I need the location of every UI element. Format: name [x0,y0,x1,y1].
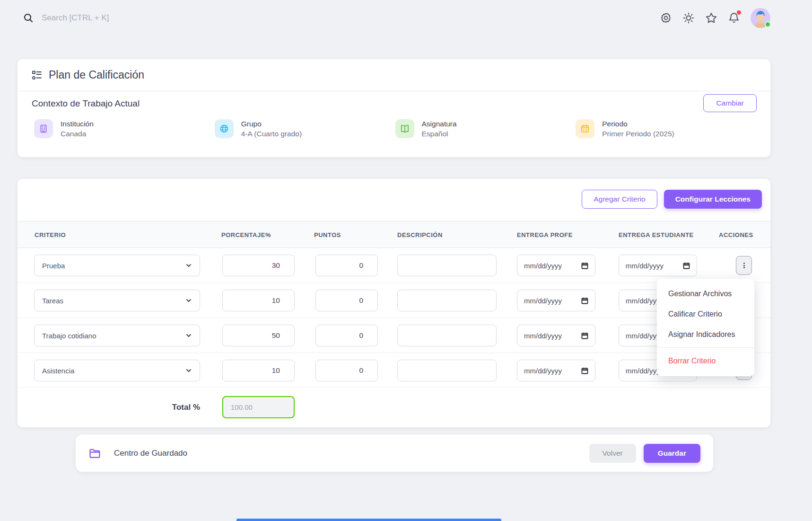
puntos-input[interactable] [316,325,377,346]
avatar[interactable] [751,8,770,28]
context-value: Canada [61,130,94,138]
row-actions-button[interactable] [736,256,752,275]
context-item-subject: Asignatura Español [395,119,576,138]
total-label: Total % [172,403,200,412]
context-label: Asignatura [422,120,457,128]
puntos-input[interactable] [316,360,377,381]
context-title: Contexto de Trabajo Actual [32,98,756,109]
grading-actions-row: Agregar Criterio Configurar Lecciones [17,179,770,209]
calendar-icon [576,119,594,138]
entrega-profe-date-input[interactable]: mm/dd/yyyy [517,290,595,311]
col-header-descripcion: DESCRIPCIÓN [397,231,443,238]
online-status-dot [765,21,771,27]
puntos-input[interactable] [316,290,377,311]
col-header-entrega-estudiante: ENTREGA ESTUDIANTE [619,231,694,238]
criterio-select[interactable]: Prueba [34,255,200,276]
footer-actions: Volver Guardar [589,444,700,463]
col-header-entrega-profe: ENTREGA PROFE [517,231,573,238]
topbar: Search [CTRL + K] [0,0,812,36]
puntos-input[interactable] [316,255,377,276]
porcentaje-input[interactable] [223,255,294,276]
plan-card: Plan de Calificación Contexto de Trabajo… [17,59,770,157]
calendar-picker-icon [581,297,588,304]
descripcion-input[interactable] [398,325,496,346]
menu-item-borrar-criterio[interactable]: Borrar Criterio [657,350,754,372]
context-label: Periodo [602,120,674,128]
search-icon [23,12,34,24]
context-value: 4-A (Cuarto grado) [241,130,302,138]
calendar-picker-icon [581,262,588,269]
context-label: Institución [61,120,94,128]
search-placeholder: Search [CTRL + K] [42,13,109,23]
save-center-title: Centro de Guardado [114,449,187,458]
calendar-picker-icon [683,262,690,269]
porcentaje-input[interactable] [223,360,294,381]
notification-badge [737,10,741,15]
total-row: Total % [17,388,770,426]
col-header-puntos: PUNTOS [314,231,341,238]
bottom-blue-bar [236,519,501,521]
chevron-down-icon [185,262,192,269]
context-item-group: Grupo 4-A (Cuarto grado) [215,119,395,138]
save-center-title-group: Centro de Guardado [88,447,187,460]
context-item-institution: Institución Canada [34,119,215,138]
col-header-acciones: ACCIONES [719,231,753,238]
context-label: Grupo [241,120,302,128]
menu-item-asignar-indicadores[interactable]: Asignar Indicadores [657,324,754,344]
entrega-estudiante-date-input[interactable]: mm/dd/yyyy [619,255,697,276]
entrega-profe-date-input[interactable]: mm/dd/yyyy [517,325,595,346]
calendar-picker-icon [581,367,588,374]
globe-icon [215,119,234,138]
porcentaje-input[interactable] [223,325,294,346]
chevron-down-icon [185,367,192,374]
building-icon [34,119,53,138]
menu-item-gestionar-archivos[interactable]: Gestionar Archivos [657,283,754,304]
col-header-porcentaje: PORCENTAJE% [221,231,271,238]
brightness-icon[interactable] [682,12,695,24]
configure-lessons-button[interactable]: Configurar Lecciones [664,190,762,209]
context-grid: Institución Canada Grupo 4-A (Cuarto gra… [32,109,756,138]
save-button[interactable]: Guardar [644,444,700,463]
col-header-criterio: CRITERIO [35,231,66,238]
folder-icon [88,447,102,460]
table-row: Prueba mm/dd/yyyy mm/dd/yyyy [17,248,770,283]
descripcion-input[interactable] [398,360,496,381]
context-value: Primer Periodo (2025) [602,130,674,138]
chevron-down-icon [185,332,192,339]
menu-divider [657,347,754,348]
page-title: Plan de Calificación [49,69,144,81]
save-center-bar: Centro de Guardado Volver Guardar [76,434,713,472]
add-criterion-button[interactable]: Agregar Criterio [582,190,657,209]
porcentaje-input[interactable] [223,290,294,311]
chevron-down-icon [185,297,192,304]
row-actions-menu: Gestionar Archivos Calificar Criterio As… [657,279,754,376]
menu-item-calificar-criterio[interactable]: Calificar Criterio [657,304,754,324]
entrega-profe-date-input[interactable]: mm/dd/yyyy [517,255,595,276]
context-item-period: Periodo Primer Periodo (2025) [576,119,756,138]
bell-icon[interactable] [728,12,740,24]
search-input[interactable]: Search [CTRL + K] [23,12,109,24]
total-percentage-input[interactable] [222,396,295,418]
entrega-profe-date-input[interactable]: mm/dd/yyyy [517,360,595,381]
table-header-row: CRITERIO PORCENTAJE% PUNTOS DESCRIPCIÓN … [17,221,770,248]
criterio-select[interactable]: Asistencia [34,360,200,381]
calendar-picker-icon [581,332,588,339]
change-context-button[interactable]: Cambiar [703,94,757,112]
star-icon[interactable] [705,12,717,24]
list-checks-icon [32,70,42,80]
context-section: Contexto de Trabajo Actual Cambiar Insti… [17,91,770,138]
descripcion-input[interactable] [398,255,496,276]
topbar-actions [660,0,770,36]
back-button[interactable]: Volver [589,444,636,463]
context-value: Español [422,130,457,138]
book-icon [395,119,414,138]
criterio-select[interactable]: Trabajo cotidiano [34,325,200,346]
plan-header: Plan de Calificación [17,59,770,91]
gear-icon[interactable] [660,12,672,24]
criterio-select[interactable]: Tareas [34,290,200,311]
descripcion-input[interactable] [398,290,496,311]
